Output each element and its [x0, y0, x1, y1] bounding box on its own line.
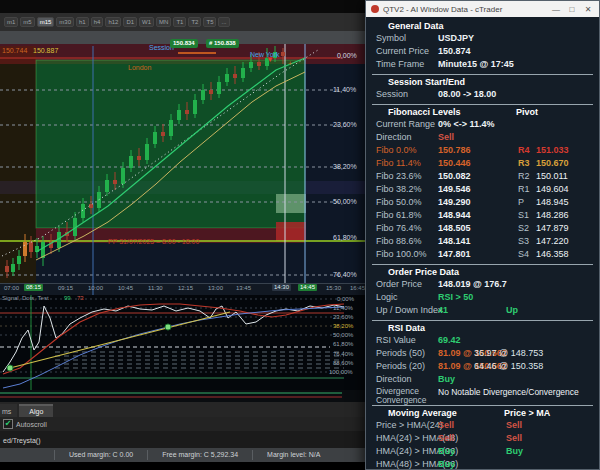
- section-moving-average: Moving Average Price > MA: [366, 408, 599, 420]
- price-chart[interactable]: [0, 44, 365, 283]
- bottom-black-strip: [0, 462, 365, 470]
- newyork-label: New York: [250, 51, 280, 59]
- timeframe-toolbar: m1m5m15m30h1h4h12D1W1MNT1T2T5...: [0, 13, 365, 31]
- rsi-value-row: RSI Value 69.42: [366, 335, 599, 348]
- timeframe-button-MN[interactable]: MN: [156, 17, 171, 27]
- ma-row: HMA(24) > HMA(96)BuyBuy: [366, 446, 599, 459]
- time-label: 15:30: [326, 285, 341, 292]
- status-bar: Used margin: C 0.00 Free margin: C 5,292…: [0, 448, 365, 462]
- rsi-fib-label: 23,60%: [333, 314, 353, 321]
- fib-label: 50,00%: [333, 198, 357, 206]
- window-titlebar[interactable]: QTV2 - AI Window Data - cTrader — □ ✕: [366, 1, 599, 17]
- top-strip: [0, 0, 365, 13]
- timeframe-button-m30[interactable]: m30: [56, 17, 74, 27]
- order-plus-marker: +: [288, 60, 292, 68]
- time-label: 16:45: [350, 285, 365, 292]
- time-label: 07:00: [4, 285, 19, 292]
- section-session: Session Start/End: [366, 77, 599, 89]
- separator: [372, 320, 593, 321]
- tab-left-clipped[interactable]: ms: [0, 404, 17, 417]
- window-title: QTV2 - AI Window Data - cTrader: [383, 5, 546, 14]
- general-data-row: Current Price150.874: [366, 46, 599, 59]
- timeframe-button-h12[interactable]: h12: [105, 17, 121, 27]
- window-body: General Data SymbolUSDJPYCurrent Price15…: [366, 17, 599, 470]
- fibo-row: Fibo 61.8%148.944S1148.286: [366, 210, 599, 223]
- rsi-fib-label: 50,00%: [333, 332, 353, 339]
- fibo-row: Fibo 100.0%147.801S4146.358: [366, 249, 599, 262]
- timeframe-button-T2[interactable]: T2: [188, 17, 201, 27]
- ma-row: Price > HMA(24)SellSell: [366, 420, 599, 433]
- secondary-indicator-strip: [0, 390, 365, 402]
- timeframe-button-h1[interactable]: h1: [76, 17, 89, 27]
- timeframe-button-T5[interactable]: T5: [203, 17, 216, 27]
- indicator-title: Signal, Dots, Test: [2, 295, 49, 302]
- session-underline: [178, 52, 216, 54]
- fibonacci-rows: Fibo 0.0%150.786R4151.033Fibo 11.4%150.4…: [366, 145, 599, 262]
- fib-label: 23,60%: [333, 121, 357, 129]
- indicator-value-2: 73: [77, 295, 84, 302]
- time-label: 09:15: [58, 285, 73, 292]
- maximize-button[interactable]: □: [566, 5, 578, 14]
- rsi-indicator-panel[interactable]: [0, 295, 365, 390]
- rsi-fib-label: 88,60%: [333, 360, 353, 367]
- timeframe-button-T1[interactable]: T1: [173, 17, 186, 27]
- separator: [372, 264, 593, 265]
- fibo-row: Fibo 38.2%149.546R1149.604: [366, 184, 599, 197]
- rsi-periods50-row: Periods (50) 81.09 @ 150.562 36.97 @ 148…: [366, 348, 599, 361]
- order-price-row: Order Price 148.019 @ 176.7: [366, 279, 599, 292]
- timeframe-button-D1[interactable]: D1: [123, 17, 137, 27]
- separator: [372, 74, 593, 75]
- ma-row: HMA(24) > HMA(48)SellSell: [366, 433, 599, 446]
- indicator-value-1: 99: [64, 295, 71, 302]
- fibo-row: Fibo 50.0%149.290P148.945: [366, 197, 599, 210]
- autoscroll-row: ✔ Autoscroll: [0, 417, 365, 431]
- fibo-row: Fibo 23.6%150.082R2150.011: [366, 171, 599, 184]
- time-badge-start: 08:15: [24, 284, 43, 291]
- fib-direction-row: Direction Sell: [366, 132, 599, 145]
- sell-marker-icon: ▼: [266, 56, 274, 65]
- fibo-row: Fibo 0.0%150.786R4151.033: [366, 145, 599, 158]
- time-label: 10:00: [88, 285, 103, 292]
- general-data-rows: SymbolUSDJPYCurrent Price150.874Time Fra…: [366, 33, 599, 72]
- updown-index-row: Up / Down Index 41 Up: [366, 305, 599, 318]
- algo-log-area: ed/Treysta(): [0, 431, 365, 448]
- fib-label: 38,20%: [333, 163, 357, 171]
- timeframe-button-W1[interactable]: W1: [139, 17, 154, 27]
- section-rsi-data: RSI Data: [366, 323, 599, 335]
- timeframe-button-m5[interactable]: m5: [20, 17, 34, 27]
- status-margin-level: Margin level: N/A: [252, 450, 334, 460]
- tab-algo[interactable]: Algo: [19, 404, 53, 417]
- ma-row: HMA(48) > HMA(96)Buy: [366, 459, 599, 470]
- time-label: 11:30: [148, 285, 163, 292]
- general-data-row: Time FrameMinute15 @ 17:45: [366, 59, 599, 72]
- fib-label: 76,40%: [333, 271, 357, 279]
- fib-label: 0,00%: [337, 52, 357, 60]
- close-button[interactable]: ✕: [582, 5, 594, 14]
- time-label: 13:45: [236, 285, 251, 292]
- timeframe-button-more[interactable]: ...: [218, 17, 229, 27]
- autoscroll-label: Autoscroll: [16, 421, 47, 428]
- autoscroll-checkbox[interactable]: ✔: [3, 419, 13, 429]
- rsi-fib-label: 38,20%: [333, 323, 353, 330]
- price-ma-column-header: Price > MA: [504, 408, 550, 418]
- minimize-button[interactable]: —: [550, 5, 562, 14]
- section-general-data: General Data: [366, 21, 599, 33]
- time-label: 12:15: [178, 285, 193, 292]
- timeframe-button-m15[interactable]: m15: [37, 17, 55, 27]
- fibo-row: Fibo 11.4%150.446R3150.670: [366, 158, 599, 171]
- timeframe-button-h4[interactable]: h4: [91, 17, 104, 27]
- algo-log-line: ed/Treysta(): [3, 437, 40, 444]
- fibo-row: Fibo 76.4%148.505S2147.879: [366, 223, 599, 236]
- ask-badge: # 150.838: [206, 39, 239, 48]
- logic-row: Logic RSI > 50: [366, 292, 599, 305]
- pivot-column-header: Pivot: [516, 107, 538, 117]
- rsi-fib-label: 11,40%: [333, 305, 353, 312]
- app-icon: [371, 5, 379, 13]
- fibo-row: Fibo 88.6%148.141S3147.220: [366, 236, 599, 249]
- london-label: London: [128, 64, 151, 72]
- bottom-tab-bar: ms Algo: [0, 402, 365, 417]
- screen: m1m5m15m30h1h4h12D1W1MNT1T2T5... ms Algo…: [0, 0, 600, 470]
- timeframe-button-m1[interactable]: m1: [4, 17, 18, 27]
- fib-label: 11,40%: [333, 86, 356, 94]
- separator: [372, 104, 593, 105]
